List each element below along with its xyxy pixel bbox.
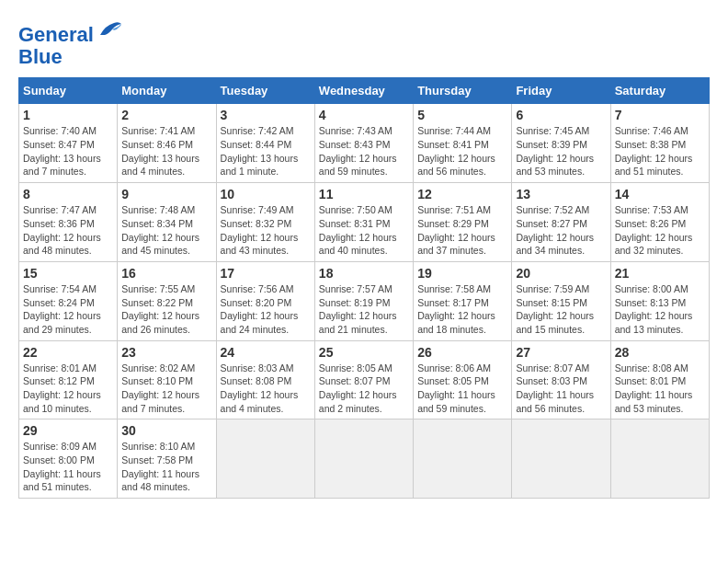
day-number: 8	[23, 187, 113, 201]
day-number: 11	[319, 187, 409, 201]
calendar-day-cell: 23 Sunrise: 8:02 AMSunset: 8:10 PMDaylig…	[118, 340, 216, 419]
logo-text: General Blue	[18, 18, 123, 68]
day-info: Sunrise: 7:48 AMSunset: 8:34 PMDaylight:…	[121, 204, 199, 256]
weekday-header: Saturday	[610, 78, 709, 104]
day-number: 10	[221, 187, 311, 201]
calendar-day-cell: 3 Sunrise: 7:42 AMSunset: 8:44 PMDayligh…	[216, 104, 314, 183]
calendar-day-cell	[414, 419, 512, 499]
day-number: 1	[23, 108, 113, 122]
day-number: 29	[23, 423, 113, 438]
calendar-day-cell: 26 Sunrise: 8:06 AMSunset: 8:05 PMDaylig…	[414, 340, 512, 419]
day-number: 26	[417, 345, 507, 360]
calendar-week-row: 8 Sunrise: 7:47 AMSunset: 8:36 PMDayligh…	[19, 183, 710, 262]
calendar-day-cell: 16 Sunrise: 7:55 AMSunset: 8:22 PMDaylig…	[118, 261, 216, 340]
day-number: 16	[121, 266, 211, 281]
day-number: 14	[615, 187, 705, 201]
day-number: 19	[417, 266, 507, 281]
weekday-header: Friday	[512, 78, 610, 104]
day-number: 27	[516, 345, 606, 360]
calendar-day-cell: 19 Sunrise: 7:58 AMSunset: 8:17 PMDaylig…	[414, 261, 512, 340]
day-number: 2	[121, 108, 211, 122]
weekday-header: Monday	[118, 78, 216, 104]
day-info: Sunrise: 7:45 AMSunset: 8:39 PMDaylight:…	[516, 125, 594, 177]
calendar-day-cell: 2 Sunrise: 7:41 AMSunset: 8:46 PMDayligh…	[118, 104, 216, 183]
calendar-day-cell: 29 Sunrise: 8:09 AMSunset: 8:00 PMDaylig…	[19, 419, 118, 499]
calendar-day-cell: 20 Sunrise: 7:59 AMSunset: 8:15 PMDaylig…	[512, 261, 610, 340]
day-number: 28	[615, 345, 705, 360]
calendar-day-cell: 4 Sunrise: 7:43 AMSunset: 8:43 PMDayligh…	[314, 104, 413, 183]
day-info: Sunrise: 8:07 AMSunset: 8:03 PMDaylight:…	[516, 362, 594, 414]
day-info: Sunrise: 8:00 AMSunset: 8:13 PMDaylight:…	[615, 283, 693, 335]
day-info: Sunrise: 7:42 AMSunset: 8:44 PMDaylight:…	[221, 125, 299, 177]
calendar-week-row: 1 Sunrise: 7:40 AMSunset: 8:47 PMDayligh…	[19, 104, 710, 183]
calendar-day-cell	[314, 419, 413, 499]
page-header: General Blue	[18, 18, 710, 68]
day-info: Sunrise: 8:05 AMSunset: 8:07 PMDaylight:…	[319, 362, 397, 414]
calendar-day-cell: 30 Sunrise: 8:10 AMSunset: 7:58 PMDaylig…	[118, 419, 216, 499]
calendar-day-cell: 7 Sunrise: 7:46 AMSunset: 8:38 PMDayligh…	[610, 104, 709, 183]
day-number: 5	[417, 108, 507, 122]
day-info: Sunrise: 7:52 AMSunset: 8:27 PMDaylight:…	[516, 204, 594, 256]
day-number: 17	[221, 266, 311, 281]
day-number: 24	[221, 345, 311, 360]
day-info: Sunrise: 7:55 AMSunset: 8:22 PMDaylight:…	[121, 283, 199, 335]
calendar-day-cell: 25 Sunrise: 8:05 AMSunset: 8:07 PMDaylig…	[314, 340, 413, 419]
day-info: Sunrise: 7:56 AMSunset: 8:20 PMDaylight:…	[221, 283, 299, 335]
day-info: Sunrise: 7:53 AMSunset: 8:26 PMDaylight:…	[615, 204, 693, 256]
calendar-day-cell: 28 Sunrise: 8:08 AMSunset: 8:01 PMDaylig…	[610, 340, 709, 419]
day-info: Sunrise: 8:02 AMSunset: 8:10 PMDaylight:…	[121, 362, 199, 414]
calendar-day-cell	[610, 419, 709, 499]
day-info: Sunrise: 8:09 AMSunset: 8:00 PMDaylight:…	[23, 441, 101, 492]
day-number: 13	[516, 187, 606, 201]
calendar-day-cell: 5 Sunrise: 7:44 AMSunset: 8:41 PMDayligh…	[414, 104, 512, 183]
calendar-day-cell: 6 Sunrise: 7:45 AMSunset: 8:39 PMDayligh…	[512, 104, 610, 183]
day-info: Sunrise: 7:40 AMSunset: 8:47 PMDaylight:…	[23, 125, 101, 177]
calendar-day-cell: 8 Sunrise: 7:47 AMSunset: 8:36 PMDayligh…	[19, 183, 118, 262]
weekday-header: Tuesday	[216, 78, 314, 104]
calendar-day-cell: 21 Sunrise: 8:00 AMSunset: 8:13 PMDaylig…	[610, 261, 709, 340]
day-number: 18	[319, 266, 409, 281]
calendar-header-row: SundayMondayTuesdayWednesdayThursdayFrid…	[19, 78, 710, 104]
calendar-day-cell: 9 Sunrise: 7:48 AMSunset: 8:34 PMDayligh…	[118, 183, 216, 262]
calendar-day-cell: 22 Sunrise: 8:01 AMSunset: 8:12 PMDaylig…	[19, 340, 118, 419]
calendar-week-row: 29 Sunrise: 8:09 AMSunset: 8:00 PMDaylig…	[19, 419, 710, 499]
day-info: Sunrise: 7:51 AMSunset: 8:29 PMDaylight:…	[417, 204, 495, 256]
calendar-day-cell: 11 Sunrise: 7:50 AMSunset: 8:31 PMDaylig…	[314, 183, 413, 262]
calendar-day-cell: 1 Sunrise: 7:40 AMSunset: 8:47 PMDayligh…	[19, 104, 118, 183]
logo-bird-icon	[96, 18, 123, 41]
calendar-week-row: 15 Sunrise: 7:54 AMSunset: 8:24 PMDaylig…	[19, 261, 710, 340]
day-info: Sunrise: 7:50 AMSunset: 8:31 PMDaylight:…	[319, 204, 397, 256]
day-number: 15	[23, 266, 113, 281]
day-number: 30	[121, 423, 211, 438]
calendar-day-cell: 14 Sunrise: 7:53 AMSunset: 8:26 PMDaylig…	[610, 183, 709, 262]
calendar-day-cell	[216, 419, 314, 499]
day-info: Sunrise: 8:08 AMSunset: 8:01 PMDaylight:…	[615, 362, 693, 414]
day-info: Sunrise: 7:58 AMSunset: 8:17 PMDaylight:…	[417, 283, 495, 335]
day-info: Sunrise: 7:44 AMSunset: 8:41 PMDaylight:…	[417, 125, 495, 177]
day-info: Sunrise: 8:10 AMSunset: 7:58 PMDaylight:…	[121, 441, 199, 492]
day-number: 12	[417, 187, 507, 201]
day-number: 22	[23, 345, 113, 360]
day-info: Sunrise: 8:06 AMSunset: 8:05 PMDaylight:…	[417, 362, 495, 414]
day-info: Sunrise: 8:03 AMSunset: 8:08 PMDaylight:…	[221, 362, 299, 414]
day-info: Sunrise: 8:01 AMSunset: 8:12 PMDaylight:…	[23, 362, 101, 414]
day-number: 6	[516, 108, 606, 122]
day-number: 4	[319, 108, 409, 122]
logo: General Blue	[18, 18, 123, 68]
calendar-table: SundayMondayTuesdayWednesdayThursdayFrid…	[18, 77, 710, 499]
calendar-day-cell: 18 Sunrise: 7:57 AMSunset: 8:19 PMDaylig…	[314, 261, 413, 340]
weekday-header: Wednesday	[314, 78, 413, 104]
calendar-day-cell: 27 Sunrise: 8:07 AMSunset: 8:03 PMDaylig…	[512, 340, 610, 419]
calendar-day-cell: 15 Sunrise: 7:54 AMSunset: 8:24 PMDaylig…	[19, 261, 118, 340]
day-info: Sunrise: 7:49 AMSunset: 8:32 PMDaylight:…	[221, 204, 299, 256]
calendar-day-cell: 10 Sunrise: 7:49 AMSunset: 8:32 PMDaylig…	[216, 183, 314, 262]
calendar-day-cell: 12 Sunrise: 7:51 AMSunset: 8:29 PMDaylig…	[414, 183, 512, 262]
day-info: Sunrise: 7:54 AMSunset: 8:24 PMDaylight:…	[23, 283, 101, 335]
day-info: Sunrise: 7:59 AMSunset: 8:15 PMDaylight:…	[516, 283, 594, 335]
day-number: 3	[221, 108, 311, 122]
calendar-day-cell: 17 Sunrise: 7:56 AMSunset: 8:20 PMDaylig…	[216, 261, 314, 340]
calendar-day-cell	[512, 419, 610, 499]
day-number: 20	[516, 266, 606, 281]
weekday-header: Sunday	[19, 78, 118, 104]
calendar-day-cell: 13 Sunrise: 7:52 AMSunset: 8:27 PMDaylig…	[512, 183, 610, 262]
